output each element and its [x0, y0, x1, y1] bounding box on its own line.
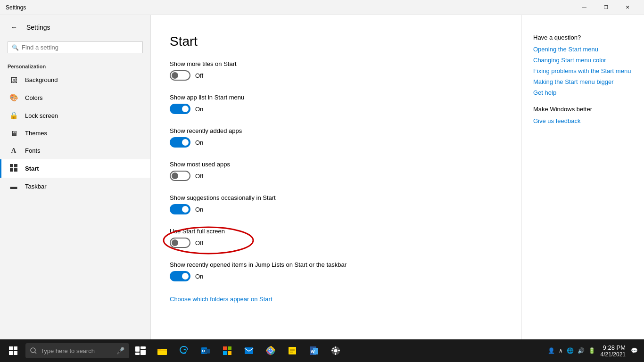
mail-button[interactable] [239, 340, 259, 361]
titlebar-controls: — ❐ ✕ [573, 0, 638, 15]
outlook-button[interactable]: O [195, 340, 216, 361]
sticky-notes-button[interactable] [282, 340, 303, 361]
taskbar-search-icon [30, 347, 37, 354]
taskbar-search[interactable]: Type here to search 🎤 [25, 343, 129, 358]
toggle-thumb [182, 139, 189, 146]
word-button[interactable]: W [304, 340, 324, 361]
edge-button[interactable] [173, 340, 194, 361]
setting-label: Show recently opened items in Jump Lists… [170, 261, 493, 268]
svg-rect-13 [140, 350, 146, 355]
svg-rect-7 [9, 351, 13, 355]
edge-icon [179, 346, 189, 355]
sidebar-item-lock-screen[interactable]: 🔒 Lock screen [0, 107, 150, 124]
volume-icon[interactable]: 🔊 [576, 346, 586, 355]
setting-label: Show recently added apps [170, 127, 493, 134]
toggle-recently-added[interactable] [170, 137, 190, 148]
chrome-icon [266, 346, 275, 355]
taskbar-date: 4/21/2021 [601, 351, 626, 358]
sidebar-item-label: Start [25, 165, 39, 172]
people-icon[interactable]: 👤 [546, 346, 556, 355]
setting-suggestions: Show suggestions occasionally in Start O… [170, 194, 493, 214]
taskbar-clock[interactable]: 9:28 PM 4/21/2021 [601, 344, 626, 358]
task-view-button[interactable] [130, 340, 151, 361]
svg-rect-38 [335, 353, 336, 355]
outlook-icon: O [201, 346, 210, 355]
setting-jump-lists: Show recently opened items in Jump Lists… [170, 261, 493, 281]
svg-rect-6 [14, 346, 17, 350]
toggle-row: On [170, 271, 493, 281]
sidebar-item-themes[interactable]: 🖥 Themes [0, 124, 150, 142]
svg-rect-5 [9, 346, 13, 350]
chevron-icon[interactable]: ∧ [557, 346, 564, 355]
fonts-icon: A [9, 147, 18, 155]
svg-rect-22 [223, 351, 227, 355]
sidebar-item-background[interactable]: 🖼 Background [0, 71, 150, 89]
search-box[interactable]: 🔍 [8, 41, 143, 53]
toggle-most-used[interactable] [170, 171, 190, 181]
link-get-help[interactable]: Get help [533, 89, 633, 96]
taskbar-search-text: Type here to search [41, 347, 95, 354]
network-icon[interactable]: 🌐 [565, 346, 575, 355]
svg-text:W: W [311, 349, 315, 354]
battery-icon[interactable]: 🔋 [587, 346, 597, 355]
toggle-jump-lists[interactable] [170, 271, 190, 281]
toggle-row: Off [170, 171, 493, 181]
toggle-thumb [182, 273, 189, 280]
start-button[interactable] [2, 339, 25, 362]
maximize-button[interactable]: ❐ [595, 0, 617, 15]
sidebar-item-label: Taskbar [25, 183, 47, 190]
svg-rect-0 [10, 164, 13, 167]
link-making-bigger[interactable]: Making the Start menu bigger [533, 78, 633, 85]
close-button[interactable]: ✕ [617, 0, 638, 15]
titlebar-title: Settings [6, 4, 26, 11]
svg-rect-11 [135, 346, 140, 352]
minimize-button[interactable]: — [573, 0, 595, 15]
file-explorer-button[interactable] [152, 340, 173, 361]
lock-screen-icon: 🔒 [9, 111, 18, 120]
right-panel: Have a question? Opening the Start menu … [521, 15, 644, 339]
link-changing-color[interactable]: Changing Start menu color [533, 57, 633, 64]
sidebar-item-colors[interactable]: 🎨 Colors [0, 89, 150, 107]
link-feedback[interactable]: Give us feedback [533, 117, 633, 124]
back-button[interactable]: ← [8, 21, 21, 34]
sidebar: ← Settings 🔍 Personalization 🖼 Backgroun… [0, 15, 151, 339]
toggle-state: On [195, 206, 203, 213]
taskbar-nav-icon: ▬ [9, 182, 18, 190]
choose-folders-link[interactable]: Choose which folders appear on Start [170, 296, 272, 303]
app-title: Settings [26, 24, 50, 31]
notification-icon[interactable]: 💬 [629, 346, 639, 355]
sidebar-item-label: Background [25, 76, 58, 83]
svg-line-10 [35, 352, 36, 354]
sidebar-item-taskbar[interactable]: ▬ Taskbar [0, 178, 150, 195]
search-input[interactable] [22, 44, 139, 51]
make-windows-title: Make Windows better [533, 106, 633, 113]
store-icon [223, 346, 232, 355]
background-icon: 🖼 [9, 76, 18, 84]
themes-icon: 🖥 [9, 129, 18, 137]
app-body: ← Settings 🔍 Personalization 🖼 Backgroun… [0, 15, 644, 339]
sidebar-item-fonts[interactable]: A Fonts [0, 142, 150, 159]
sidebar-item-start[interactable]: Start [0, 159, 150, 178]
task-view-icon [135, 346, 146, 355]
store-button[interactable] [217, 340, 238, 361]
word-icon: W [309, 346, 319, 355]
toggle-thumb [172, 72, 178, 79]
setting-most-used: Show most used apps Off [170, 161, 493, 181]
link-fixing-problems[interactable]: Fixing problems with the Start menu [533, 67, 633, 74]
settings-taskbar-button[interactable] [325, 340, 346, 361]
toggle-more-tiles[interactable] [170, 70, 190, 81]
section-label: Personalization [0, 59, 150, 71]
link-opening-start[interactable]: Opening the Start menu [533, 46, 633, 53]
svg-rect-20 [223, 346, 227, 350]
setting-label: Show suggestions occasionally in Start [170, 194, 493, 201]
chrome-button[interactable] [260, 340, 281, 361]
sidebar-item-label: Lock screen [25, 112, 58, 119]
svg-rect-14 [135, 353, 140, 355]
toggle-app-list[interactable] [170, 104, 190, 114]
svg-rect-8 [14, 351, 17, 355]
toggle-full-screen[interactable] [170, 238, 190, 248]
toggle-state: On [195, 139, 203, 146]
setting-app-list: Show app list in Start menu On [170, 94, 493, 114]
toggle-suggestions[interactable] [170, 204, 190, 214]
toggle-state: Off [195, 239, 203, 247]
